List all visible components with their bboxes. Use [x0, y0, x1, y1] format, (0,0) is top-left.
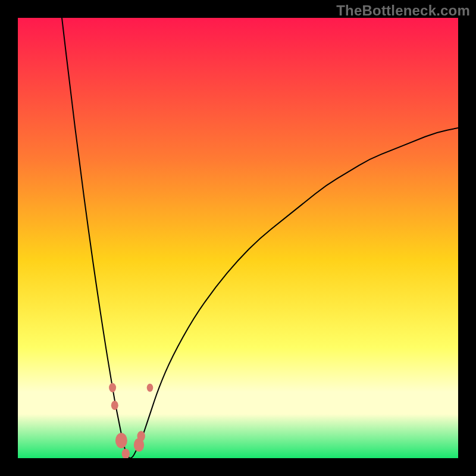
- chart-frame: TheBottleneck.com: [0, 0, 476, 476]
- curve-marker: [115, 433, 127, 448]
- chart-svg: [18, 18, 458, 458]
- curve-marker: [109, 383, 116, 393]
- gradient-background: [18, 18, 458, 458]
- watermark-text: TheBottleneck.com: [336, 2, 470, 19]
- plot-area: [18, 18, 458, 458]
- curve-marker: [111, 400, 118, 410]
- curve-marker: [137, 431, 145, 441]
- curve-marker: [147, 384, 154, 392]
